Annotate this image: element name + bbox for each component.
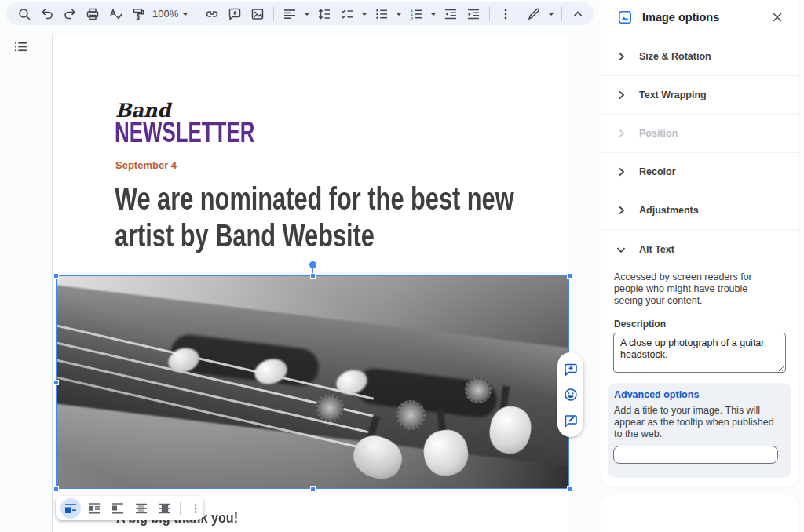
print-icon[interactable] <box>84 5 101 23</box>
suggest-image-edit-icon[interactable] <box>562 412 579 429</box>
selected-image[interactable] <box>56 275 569 489</box>
description-textarea[interactable]: A close up photograph of a guitar headst… <box>613 333 786 373</box>
section-size-rotation[interactable]: Size & Rotation <box>601 38 798 76</box>
section-label: Size & Rotation <box>639 51 711 62</box>
alt-text-help: Accessed by screen readers for people wh… <box>614 271 779 307</box>
add-emoji-reaction-icon[interactable] <box>562 386 579 403</box>
insert-image-icon[interactable] <box>249 5 266 23</box>
main-toolbar: 100% 123 <box>6 2 594 25</box>
description-label: Description <box>614 319 666 330</box>
document-heading: We are nominated for the best new artist… <box>115 180 514 254</box>
section-label: Alt Text <box>639 244 674 255</box>
wrap-in-line-button[interactable] <box>60 498 81 519</box>
wrap-more-options-icon[interactable] <box>185 498 206 519</box>
toolbar-divider <box>489 7 490 21</box>
section-label: Recolor <box>639 166 676 177</box>
chevron-right-icon <box>616 89 627 100</box>
section-text-wrapping[interactable]: Text Wrapping <box>601 76 798 115</box>
resize-handle-top-center[interactable] <box>310 273 316 279</box>
document-outline-icon[interactable] <box>13 39 28 57</box>
resize-handle-bottom-left[interactable] <box>53 486 59 492</box>
insert-link-icon[interactable] <box>203 5 221 23</box>
advanced-options-help: Add a title to your image. This will app… <box>614 405 776 440</box>
break-text-button[interactable] <box>108 498 128 519</box>
resize-handle-top-right[interactable] <box>567 273 572 279</box>
image-options-icon <box>617 9 633 25</box>
chevron-down-icon[interactable] <box>304 13 310 16</box>
wrap-text-button[interactable] <box>84 498 104 519</box>
numbered-list-icon[interactable]: 123 <box>407 5 425 23</box>
section-label: Adjustments <box>639 205 699 216</box>
increase-indent-icon[interactable] <box>465 5 482 23</box>
image-wrap-toolbar <box>56 496 203 520</box>
secondary-panel-card <box>601 494 798 532</box>
chevron-down-icon[interactable] <box>548 13 554 16</box>
heading-line-1: We are nominated for the best new <box>115 180 514 217</box>
chevron-down-icon <box>616 244 627 255</box>
checklist-icon[interactable] <box>338 5 356 23</box>
wrap-toolbar-divider <box>180 502 181 515</box>
resize-handle-mid-left[interactable] <box>53 380 59 385</box>
add-comment-icon[interactable] <box>562 361 579 378</box>
chevron-down-icon[interactable] <box>361 13 367 16</box>
chevron-down-icon[interactable] <box>430 13 437 16</box>
zoom-select[interactable]: 100% <box>152 8 188 20</box>
decrease-indent-icon[interactable] <box>442 5 459 23</box>
toolbar-divider <box>561 7 562 21</box>
guitar-headstock-photo <box>57 276 568 488</box>
redo-icon[interactable] <box>61 5 79 23</box>
panel-title: Image options <box>642 11 760 24</box>
rotation-handle[interactable] <box>309 261 316 268</box>
chevron-right-icon <box>616 51 627 62</box>
svg-text:3: 3 <box>411 16 414 20</box>
chevron-right-icon <box>616 166 627 177</box>
document-page[interactable]: Band NEWSLETTER September 4 We are nomin… <box>52 35 568 532</box>
search-icon[interactable] <box>16 5 33 23</box>
editing-mode-pen-icon[interactable] <box>525 5 543 23</box>
close-icon[interactable] <box>769 9 785 25</box>
bulleted-list-icon[interactable] <box>373 5 390 23</box>
panel-header: Image options <box>601 0 798 35</box>
align-icon[interactable] <box>281 5 298 23</box>
hide-menus-icon[interactable] <box>569 5 587 23</box>
add-comment-icon[interactable] <box>226 5 243 23</box>
brand-title-text: NEWSLETTER <box>115 116 254 149</box>
chevron-right-icon <box>616 128 627 139</box>
section-recolor[interactable]: Recolor <box>601 153 798 191</box>
image-title-input[interactable] <box>613 446 778 464</box>
chevron-down-icon <box>182 13 188 16</box>
line-spacing-icon[interactable] <box>316 5 333 23</box>
chevron-down-icon[interactable] <box>396 13 402 16</box>
section-adjustments[interactable]: Adjustments <box>601 191 798 230</box>
image-options-panel: Image options Size & Rotation Text Wrapp… <box>601 0 798 486</box>
side-action-pill <box>557 352 583 437</box>
section-position: Position <box>601 115 798 153</box>
resize-handle-bottom-center[interactable] <box>310 486 316 492</box>
advanced-options-link[interactable]: Advanced options <box>614 389 699 400</box>
undo-icon[interactable] <box>38 5 56 23</box>
chevron-right-icon <box>616 205 627 216</box>
more-options-icon[interactable] <box>497 5 514 23</box>
section-alt-text[interactable]: Alt Text <box>601 230 798 268</box>
toolbar-divider <box>273 7 274 21</box>
date-text: September 4 <box>115 159 177 171</box>
section-label: Position <box>639 128 678 139</box>
behind-text-button[interactable] <box>131 498 152 519</box>
in-front-of-text-button[interactable] <box>155 498 175 519</box>
spell-check-icon[interactable] <box>107 5 124 23</box>
paint-format-icon[interactable] <box>130 5 147 23</box>
resize-handle-top-left[interactable] <box>53 273 59 279</box>
resize-handle-bottom-right[interactable] <box>567 486 572 492</box>
toolbar-divider <box>196 7 196 21</box>
heading-line-2: artist by Band Website <box>115 217 514 254</box>
zoom-value: 100% <box>152 8 178 20</box>
section-label: Text Wrapping <box>639 89 707 100</box>
